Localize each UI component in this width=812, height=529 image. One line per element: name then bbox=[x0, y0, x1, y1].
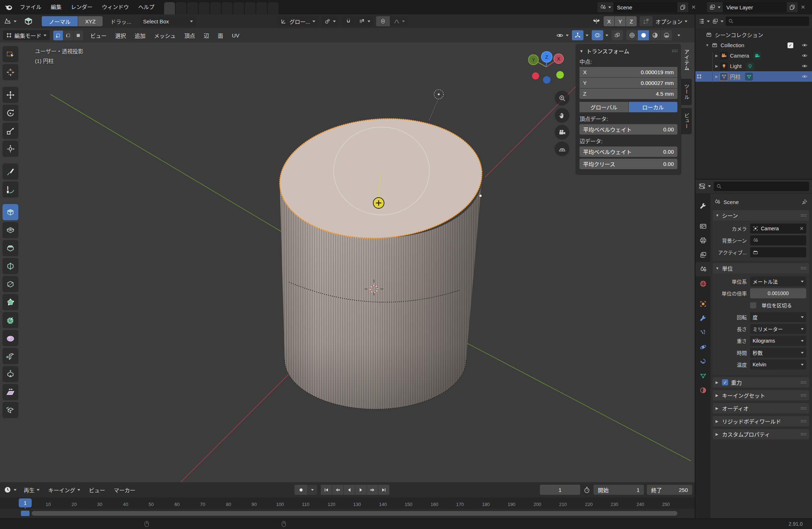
orient-xyz-button[interactable]: XYZ bbox=[78, 16, 103, 26]
proportional-editing-toggle[interactable] bbox=[376, 16, 390, 26]
timeline-menu-marker[interactable]: マーカー bbox=[109, 486, 140, 494]
tool-measure[interactable] bbox=[3, 181, 18, 198]
keying-dropdown-caret[interactable] bbox=[308, 485, 317, 495]
workspace-tab[interactable] bbox=[210, 2, 221, 14]
tool-annotate[interactable] bbox=[3, 163, 18, 180]
median-axis-field[interactable]: X0.000019 mm bbox=[579, 67, 677, 77]
expander-icon[interactable]: ▶ bbox=[713, 54, 720, 58]
solid-shading-button[interactable] bbox=[638, 30, 649, 40]
unit-scale-field[interactable]: 0.001000 bbox=[750, 288, 806, 298]
tool-spin[interactable] bbox=[3, 312, 18, 328]
scene-panel-header[interactable]: ▼シーン bbox=[713, 210, 809, 221]
overlays-toggle-dropdown[interactable] bbox=[592, 30, 608, 40]
median-axis-field[interactable]: Z4.5 mm bbox=[579, 89, 677, 99]
tool-poly-build[interactable] bbox=[3, 294, 18, 310]
pin-icon[interactable] bbox=[801, 199, 808, 205]
tool-smooth[interactable] bbox=[3, 330, 18, 346]
checkbox[interactable] bbox=[750, 302, 756, 308]
properties-editor-type-button[interactable] bbox=[698, 182, 711, 190]
mirror-x-toggle[interactable]: X bbox=[604, 16, 614, 26]
blender-logo-icon[interactable] bbox=[4, 3, 13, 12]
wireframe-shading-button[interactable] bbox=[626, 30, 637, 40]
frame-start-field[interactable]: 開始1 bbox=[594, 485, 644, 495]
space-button[interactable]: ローカル bbox=[629, 102, 678, 112]
panel-custom-properties[interactable]: ▶ カスタムプロパティ bbox=[713, 429, 809, 439]
navigation-gizmo[interactable]: Y Z X bbox=[524, 48, 569, 87]
outliner-display-mode-dropdown[interactable] bbox=[698, 18, 710, 24]
tool-select-box[interactable] bbox=[3, 46, 18, 62]
tab-scene[interactable] bbox=[695, 262, 710, 276]
viewport-menu-item[interactable]: 頂点 bbox=[180, 32, 199, 39]
playhead[interactable]: 1 bbox=[19, 498, 32, 507]
mode-dropdown[interactable]: 編集モード bbox=[3, 30, 50, 40]
tool-inset-faces[interactable] bbox=[3, 222, 18, 238]
workspace-tab[interactable] bbox=[164, 2, 175, 14]
light-object[interactable] bbox=[429, 90, 443, 121]
tool-loop-cut[interactable] bbox=[3, 258, 18, 274]
mirror-z-toggle[interactable]: Z bbox=[626, 16, 637, 26]
tab-object[interactable] bbox=[695, 297, 710, 311]
tab-particles[interactable] bbox=[695, 325, 710, 340]
gizmos-toggle-dropdown[interactable] bbox=[572, 30, 588, 40]
outliner-row-collection[interactable]: ▼ Collection ✓ bbox=[695, 40, 812, 50]
units-panel-header[interactable]: ▼単位 bbox=[713, 263, 809, 273]
vertex-bevel-weight-field[interactable]: 平均ベベルウェイト0.00 bbox=[579, 124, 677, 135]
active-clip-field[interactable] bbox=[750, 247, 806, 257]
outliner-row-scene-collection[interactable]: シーンコレクション bbox=[695, 30, 812, 40]
collection-checkbox[interactable]: ✓ bbox=[788, 42, 793, 48]
tool-cursor[interactable] bbox=[3, 64, 18, 80]
workspace-tab[interactable] bbox=[256, 2, 267, 14]
viewport-menu-item[interactable]: ビュー bbox=[86, 32, 111, 39]
workspace-tab[interactable] bbox=[245, 2, 256, 14]
previous-keyframe-button[interactable] bbox=[332, 485, 343, 495]
current-frame-field[interactable]: 1 bbox=[540, 485, 580, 495]
play-button[interactable] bbox=[355, 485, 366, 495]
tool-edge-slide[interactable] bbox=[3, 348, 18, 364]
transform-orientation-dropdown[interactable]: グロー... bbox=[277, 16, 319, 26]
panel-audio[interactable]: ▶ オーディオ bbox=[713, 403, 809, 413]
playhead-handle[interactable] bbox=[21, 511, 30, 516]
median-axis-field[interactable]: Y0.000027 mm bbox=[579, 78, 677, 88]
temperature-unit-select[interactable]: Kelvin bbox=[750, 360, 806, 370]
tab-object-data[interactable] bbox=[695, 369, 710, 383]
panel-keying-sets[interactable]: ▶ キーイングセット bbox=[713, 390, 809, 401]
outliner-properties-divider[interactable] bbox=[695, 179, 812, 180]
jump-to-start-button[interactable] bbox=[321, 485, 332, 495]
menu-item[interactable]: ファイル bbox=[15, 0, 46, 14]
tab-view-layer[interactable] bbox=[695, 248, 710, 262]
expander-icon[interactable]: ▶ bbox=[713, 64, 720, 68]
timeline-ruler[interactable]: 1020304050607080901001101201301401501601… bbox=[0, 497, 695, 509]
menu-item[interactable]: 編集 bbox=[46, 0, 66, 14]
gizmo-y-axis[interactable]: Y bbox=[528, 55, 538, 65]
panel-gravity[interactable]: ▶ ✓ 重力 bbox=[713, 377, 809, 388]
viewport-menu-item[interactable]: メッシュ bbox=[150, 32, 180, 39]
gizmo-z-axis[interactable]: Z bbox=[541, 51, 552, 62]
viewport-menu-item[interactable]: 辺 bbox=[199, 32, 213, 39]
outliner-filter-dropdown[interactable] bbox=[712, 18, 723, 24]
zoom-button[interactable] bbox=[555, 91, 569, 105]
length-unit-select[interactable]: ミリメーター bbox=[750, 324, 806, 334]
gizmo-y-negative[interactable] bbox=[556, 71, 564, 79]
cylinder-mesh[interactable] bbox=[276, 112, 486, 409]
panel-drag-grip[interactable] bbox=[672, 49, 677, 53]
active-tool-icon[interactable] bbox=[23, 16, 34, 27]
tool-rotate[interactable] bbox=[3, 105, 18, 121]
viewport-menu-item[interactable]: 選択 bbox=[111, 32, 130, 39]
sidebar-tab[interactable]: アイテム bbox=[681, 44, 692, 76]
perspective-toggle-button[interactable] bbox=[555, 141, 569, 156]
workspace-tab[interactable] bbox=[187, 2, 198, 14]
rendered-shading-button[interactable] bbox=[661, 30, 672, 40]
gizmo-x-axis[interactable]: X bbox=[554, 54, 564, 64]
tab-material[interactable] bbox=[695, 383, 710, 397]
space-button[interactable]: グローバル bbox=[579, 102, 628, 112]
menu-item[interactable]: レンダー bbox=[66, 0, 97, 14]
tool-rip-region[interactable] bbox=[3, 402, 18, 418]
face-select-mode-button[interactable] bbox=[73, 31, 83, 40]
tool-transform[interactable] bbox=[3, 141, 18, 157]
snap-toggle-button[interactable] bbox=[342, 16, 355, 26]
auto-keying-button[interactable] bbox=[294, 485, 307, 495]
viewport-menu-item[interactable]: 面 bbox=[213, 32, 227, 39]
tool-extrude-region[interactable] bbox=[3, 204, 18, 220]
edge-select-mode-button[interactable] bbox=[63, 31, 73, 40]
clear-camera-button[interactable]: ✕ bbox=[799, 226, 804, 231]
